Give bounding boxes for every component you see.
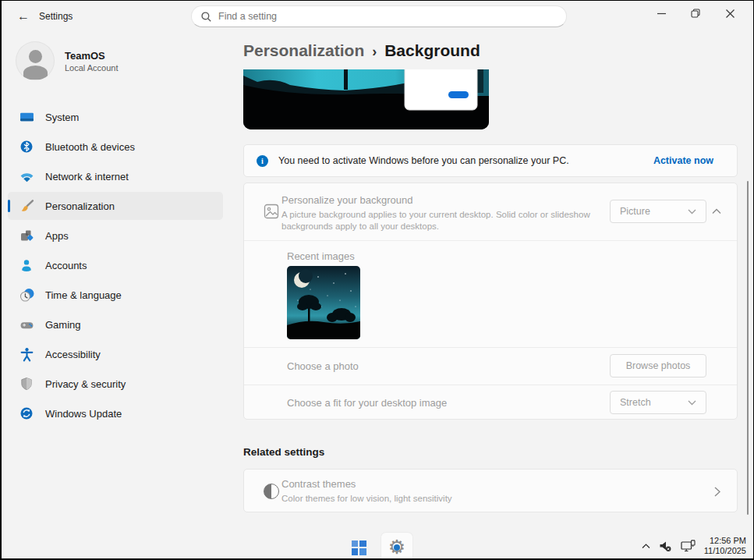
restore-button[interactable]	[678, 1, 713, 26]
windows-update-icon	[19, 406, 34, 421]
sidebar-item-label: System	[45, 112, 79, 123]
sidebar-item-label: Privacy & security	[45, 378, 126, 390]
sidebar-item-privacy[interactable]: Privacy & security	[8, 370, 223, 398]
chevron-down-icon	[688, 400, 696, 406]
gaming-icon	[19, 317, 34, 332]
user-profile[interactable]: TeamOS Local Account	[16, 41, 119, 80]
sidebar-item-label: Accessibility	[45, 349, 101, 360]
background-preview	[243, 69, 489, 129]
picture-icon	[264, 204, 279, 219]
back-button[interactable]: ←	[12, 7, 34, 26]
divider	[244, 385, 737, 385]
background-type-value: Picture	[620, 206, 650, 217]
settings-taskbar-button[interactable]: ⚙	[381, 532, 413, 560]
background-section-description: A picture background applies to your cur…	[281, 209, 609, 232]
background-settings-card: Personalize your background A picture ba…	[243, 183, 738, 420]
system-tray: 12:56 PM 11/10/2025	[633, 532, 746, 560]
privacy-icon	[19, 376, 34, 392]
bluetooth-icon	[19, 139, 34, 154]
sidebar-item-label: Windows Update	[45, 408, 122, 420]
close-icon	[726, 9, 735, 18]
tray-date: 11/10/2025	[704, 546, 746, 557]
divider	[244, 240, 737, 241]
time-language-icon	[19, 287, 34, 303]
windows-logo-icon	[352, 541, 366, 555]
recent-images-label: Recent images	[287, 250, 355, 262]
sidebar-item-personalization[interactable]: Personalization	[8, 192, 223, 220]
contrast-icon	[264, 484, 279, 499]
tray-expand-button[interactable]	[642, 544, 650, 549]
start-button[interactable]	[347, 537, 370, 558]
accounts-icon	[19, 257, 34, 273]
apps-icon	[19, 228, 34, 243]
network-icon	[19, 168, 34, 184]
sidebar-item-system[interactable]: System	[8, 103, 223, 131]
selected-indicator	[8, 200, 10, 212]
sidebar-item-network[interactable]: Network & internet	[8, 162, 223, 190]
sidebar-item-label: Network & internet	[45, 171, 129, 183]
sidebar-item-label: Gaming	[45, 319, 81, 331]
contrast-themes-card[interactable]: Contrast themes Color themes for low vis…	[243, 469, 738, 512]
choose-photo-label: Choose a photo	[287, 360, 359, 372]
sidebar-item-label: Accounts	[45, 260, 87, 271]
speaker-mute-icon	[659, 541, 672, 552]
chevron-down-icon	[688, 209, 696, 214]
sidebar-item-gaming[interactable]: Gaming	[8, 310, 223, 338]
personalization-icon	[19, 198, 34, 214]
sidebar-item-accessibility[interactable]: Accessibility	[8, 340, 223, 368]
browse-photos-button[interactable]: Browse photos	[610, 354, 706, 377]
minimize-button[interactable]	[644, 1, 678, 26]
page-title: Background	[384, 41, 480, 59]
info-icon: i	[257, 155, 268, 167]
chevron-up-icon	[642, 544, 650, 549]
ethernet-icon	[681, 540, 696, 552]
gear-icon: ⚙	[388, 537, 405, 557]
contrast-themes-title: Contrast themes	[281, 478, 452, 490]
search-input[interactable]	[218, 11, 557, 22]
preview-accent-button	[448, 91, 469, 98]
activation-message: You need to activate Windows before you …	[278, 155, 569, 166]
sidebar-item-windows-update[interactable]: Windows Update	[8, 399, 223, 427]
sidebar-item-bluetooth[interactable]: Bluetooth & devices	[8, 133, 223, 161]
sidebar-item-label: Apps	[45, 230, 69, 242]
window-title: Settings	[39, 11, 73, 22]
avatar	[16, 41, 55, 80]
recent-image-thumbnail[interactable]	[287, 266, 360, 339]
scrollbar[interactable]	[747, 181, 749, 515]
choose-fit-label: Choose a fit for your desktop image	[287, 397, 447, 409]
sidebar-item-accounts[interactable]: Accounts	[8, 251, 223, 279]
network-tray-button[interactable]	[681, 540, 696, 552]
tray-time: 12:56 PM	[704, 536, 746, 547]
activation-banner: i You need to activate Windows before yo…	[243, 144, 738, 177]
restore-icon	[691, 9, 700, 18]
sidebar-nav: System Bluetooth & devices Network & int…	[8, 103, 223, 429]
related-settings-heading: Related settings	[243, 446, 324, 458]
breadcrumb-personalization[interactable]: Personalization	[243, 41, 364, 59]
sidebar-item-apps[interactable]: Apps	[8, 222, 223, 250]
fit-value: Stretch	[620, 397, 651, 408]
minimize-icon	[657, 9, 666, 18]
accessibility-icon	[19, 346, 34, 362]
divider	[244, 347, 737, 348]
settings-window: ← Settings TeamOS	[0, 0, 754, 560]
sidebar-item-label: Bluetooth & devices	[45, 141, 135, 153]
activate-now-link[interactable]: Activate now	[653, 155, 713, 166]
sidebar-item-label: Time & language	[45, 289, 122, 301]
close-button[interactable]	[713, 1, 747, 26]
clock[interactable]: 12:56 PM 11/10/2025	[704, 536, 746, 557]
search-box[interactable]	[191, 5, 567, 27]
sidebar-item-time-language[interactable]: Time & language	[8, 281, 223, 309]
background-type-dropdown[interactable]: Picture	[610, 200, 706, 223]
breadcrumb-separator-icon: ›	[372, 44, 377, 59]
volume-muted-button[interactable]	[659, 541, 672, 552]
fit-dropdown[interactable]: Stretch	[610, 391, 706, 414]
contrast-themes-description: Color themes for low vision, light sensi…	[281, 493, 452, 505]
background-section-title: Personalize your background	[281, 194, 609, 206]
user-account-type: Local Account	[65, 63, 119, 73]
sidebar-item-label: Personalization	[45, 200, 115, 212]
collapse-chevron-icon[interactable]	[712, 208, 721, 214]
system-icon	[19, 109, 34, 125]
breadcrumb: Personalization›Background	[243, 41, 480, 60]
search-icon	[201, 12, 211, 22]
chevron-right-icon	[714, 487, 720, 497]
